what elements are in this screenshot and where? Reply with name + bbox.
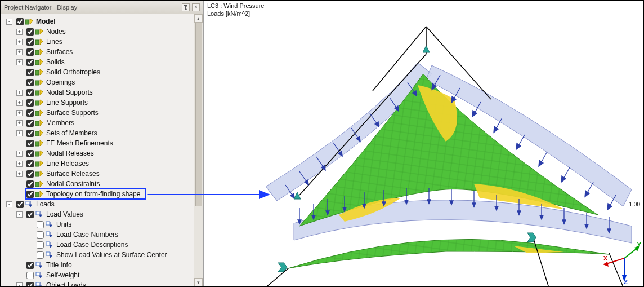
expand-icon[interactable]: + xyxy=(16,59,23,65)
expander-spacer xyxy=(16,181,23,187)
tree-item-n4[interactable]: +Solids xyxy=(3,57,202,67)
tree-item-n16[interactable]: Nodal Constraints xyxy=(3,179,202,189)
tree-checkbox[interactable] xyxy=(26,109,34,117)
model-icon xyxy=(35,68,43,76)
collapse-icon[interactable]: - xyxy=(6,201,12,207)
tree-item-n12[interactable]: FE Mesh Refinements xyxy=(3,138,202,148)
model-viewport[interactable]: LC3 : Wind Pressure Loads [kN/m^2] xyxy=(204,1,643,286)
expand-icon[interactable]: + xyxy=(16,29,23,35)
expand-icon[interactable]: + xyxy=(16,110,23,116)
tree-checkbox[interactable] xyxy=(26,28,34,36)
model-icon xyxy=(35,190,43,198)
expand-icon[interactable]: + xyxy=(16,120,23,126)
tree-item-n5[interactable]: Solid Orthotropies xyxy=(3,67,202,77)
tree-item-n17[interactable]: Topology on form-finding shape xyxy=(3,189,202,199)
tree-label: Nodal Constraints xyxy=(45,180,101,188)
tree-item-n10[interactable]: +Members xyxy=(3,118,202,128)
tree-checkbox[interactable] xyxy=(26,262,34,269)
tree-checkbox[interactable] xyxy=(26,160,34,167)
load-icon xyxy=(45,251,53,259)
tree-checkbox[interactable] xyxy=(37,221,44,228)
tree-checkbox[interactable] xyxy=(37,231,44,239)
tree-item-n2[interactable]: +Lines xyxy=(3,37,202,47)
expand-icon[interactable]: + xyxy=(16,171,23,177)
collapse-icon[interactable]: - xyxy=(16,282,23,287)
tree-label: Self-weight xyxy=(45,271,80,279)
svg-rect-9 xyxy=(35,111,39,116)
tree-item-lv[interactable]: -Load Values xyxy=(3,209,202,219)
tree-checkbox[interactable] xyxy=(26,89,34,96)
tree-item-n1[interactable]: +Nodes xyxy=(3,27,202,37)
tree-checkbox[interactable] xyxy=(37,241,44,249)
tree-item-ol[interactable]: -Object Loads xyxy=(3,280,202,286)
tree-checkbox[interactable] xyxy=(26,120,34,127)
collapse-icon[interactable]: - xyxy=(6,19,12,25)
load-icon xyxy=(45,231,53,239)
tree-item-n11[interactable]: +Sets of Members xyxy=(3,128,202,138)
tree-item-n6[interactable]: Openings xyxy=(3,77,202,87)
expand-icon[interactable]: + xyxy=(16,90,23,96)
tree-checkbox[interactable] xyxy=(26,48,34,56)
tree-label: Load Case Descriptions xyxy=(55,241,129,249)
tree-item-loads[interactable]: -Loads xyxy=(3,199,202,209)
tree-item-lv4[interactable]: Show Load Values at Surface Center xyxy=(3,250,202,260)
tree-item-lv3[interactable]: Load Case Descriptions xyxy=(3,240,202,250)
scrollbar-thumb[interactable] xyxy=(195,23,202,206)
tree-item-n13[interactable]: +Nodal Releases xyxy=(3,148,202,158)
expand-icon[interactable]: + xyxy=(16,39,23,45)
tree-checkbox[interactable] xyxy=(26,130,34,137)
load-icon xyxy=(45,241,53,249)
tree-checkbox[interactable] xyxy=(26,79,34,86)
scroll-up-icon[interactable]: ▴ xyxy=(194,14,203,23)
tree-checkbox[interactable] xyxy=(26,180,34,188)
tree-item-n15[interactable]: +Surface Releases xyxy=(3,169,202,179)
tree-item-lv2[interactable]: Load Case Numbers xyxy=(3,229,202,240)
tree-checkbox[interactable] xyxy=(26,272,34,279)
tree-item-n3[interactable]: +Surfaces xyxy=(3,47,202,57)
tree-checkbox[interactable] xyxy=(26,38,34,46)
expand-icon[interactable]: + xyxy=(16,161,23,167)
collapse-icon[interactable]: - xyxy=(16,211,23,218)
tree-view[interactable]: -Model+Nodes+Lines+Surfaces+SolidsSolid … xyxy=(1,14,203,286)
expander-spacer xyxy=(16,69,23,76)
tree-label: Solid Orthotropies xyxy=(45,68,101,76)
expand-icon[interactable]: + xyxy=(16,100,23,106)
project-navigator-panel: Project Navigator - Display × -Model+Nod… xyxy=(1,1,204,286)
tree-item-n8[interactable]: +Line Supports xyxy=(3,98,202,108)
expand-icon[interactable]: + xyxy=(16,49,23,55)
svg-rect-22 xyxy=(46,242,50,245)
pin-icon[interactable] xyxy=(182,3,190,11)
tree-checkbox[interactable] xyxy=(26,170,34,178)
tree-label: Load Values xyxy=(45,210,84,218)
tree-item-lv1[interactable]: Units xyxy=(3,219,202,229)
scrollbar-vertical[interactable]: ▴ ▾ xyxy=(194,14,203,286)
tree-checkbox[interactable] xyxy=(26,69,34,76)
tree-checkbox[interactable] xyxy=(26,191,34,198)
tree-checkbox[interactable] xyxy=(26,140,34,147)
tree-label: Line Releases xyxy=(45,160,90,167)
tree-checkbox[interactable] xyxy=(37,251,44,259)
expand-icon[interactable]: + xyxy=(16,151,23,157)
tree-item-ti[interactable]: Title Info xyxy=(3,260,202,270)
tree-item-n9[interactable]: +Surface Supports xyxy=(3,108,202,118)
tree-item-n7[interactable]: +Nodal Supports xyxy=(3,87,202,98)
tree-checkbox[interactable] xyxy=(16,18,24,25)
close-icon[interactable]: × xyxy=(192,3,200,11)
load-icon xyxy=(35,210,43,218)
tree-label: Object Loads xyxy=(45,281,87,286)
tree-checkbox[interactable] xyxy=(26,59,34,66)
expander-spacer xyxy=(16,80,23,86)
tree-item-n14[interactable]: +Line Releases xyxy=(3,158,202,169)
svg-line-69 xyxy=(624,248,637,258)
tree-checkbox[interactable] xyxy=(26,99,34,107)
tree-checkbox[interactable] xyxy=(26,211,34,218)
expander-spacer xyxy=(26,252,33,258)
tree-checkbox[interactable] xyxy=(26,150,34,157)
tree-item-root[interactable]: -Model xyxy=(3,16,202,27)
scroll-down-icon[interactable]: ▾ xyxy=(194,278,203,286)
tree-checkbox[interactable] xyxy=(26,282,34,287)
tree-item-sw[interactable]: Self-weight xyxy=(3,270,202,280)
axis-z-label: Z xyxy=(624,279,628,285)
expand-icon[interactable]: + xyxy=(16,130,23,136)
tree-checkbox[interactable] xyxy=(16,201,24,208)
